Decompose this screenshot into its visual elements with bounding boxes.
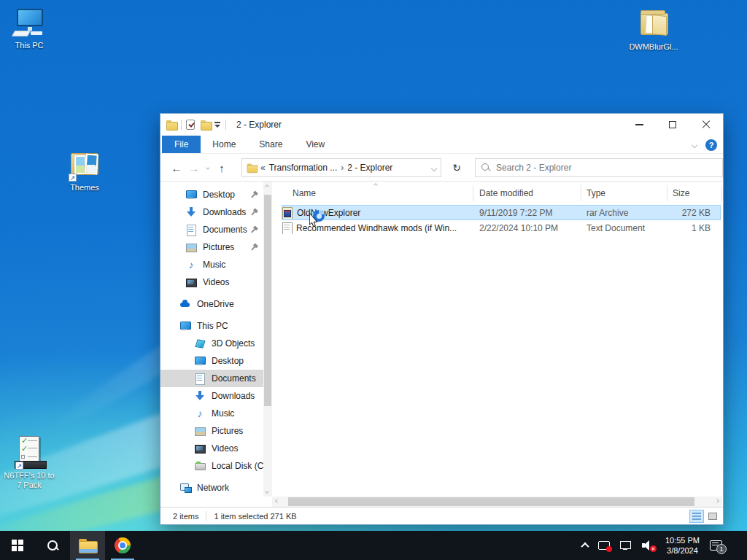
minimize-icon	[635, 124, 643, 125]
maximize-button[interactable]	[656, 114, 689, 136]
desktop-icon-n6tff-pack[interactable]: ✓✓ ↗ N6TFF's 10 to 7 Pack	[1, 436, 57, 490]
sidebar-item-pc-downloads[interactable]: Downloads	[160, 387, 263, 405]
forward-button[interactable]: →	[185, 162, 203, 174]
up-button[interactable]: ↑	[213, 162, 231, 174]
downloads-icon	[185, 206, 197, 218]
clock-time: 10:55 PM	[665, 535, 700, 545]
details-view-button[interactable]	[689, 510, 704, 523]
title-bar: 2 - Explorer	[160, 114, 723, 136]
desktop-icon-label: Themes	[58, 183, 111, 192]
column-header-date-modified[interactable]: Date modified	[479, 188, 533, 198]
column-header-size[interactable]: Size	[673, 188, 689, 198]
network-tray-icon[interactable]	[620, 541, 632, 550]
window-title: 2 - Explorer	[236, 120, 282, 130]
explorer-window: 2 - Explorer File Home Share View ? ← → …	[160, 113, 724, 525]
tab-home[interactable]: Home	[201, 136, 247, 153]
horizontal-scrollbar[interactable]	[272, 497, 722, 507]
sidebar-item-documents[interactable]: Documents	[160, 221, 263, 238]
action-center-icon[interactable]: 1	[710, 540, 722, 551]
sidebar-item-videos[interactable]: Videos	[160, 273, 263, 291]
sidebar-scrollbar[interactable]	[263, 182, 272, 497]
text-document-icon	[282, 222, 292, 234]
help-button[interactable]: ?	[705, 139, 717, 151]
scroll-down-icon[interactable]	[265, 489, 269, 494]
sort-ascending-icon	[374, 183, 378, 187]
breadcrumb-segment[interactable]: 2 - Explorer	[347, 163, 392, 173]
app-folder-icon	[166, 120, 177, 129]
taskbar-file-explorer-button[interactable]	[70, 531, 105, 560]
search-input[interactable]	[496, 163, 716, 173]
windows-logo-icon	[12, 540, 23, 551]
desktop-icon-this-pc[interactable]: This PC	[1, 7, 57, 50]
desktop-icon-themes[interactable]: ↗ Themes	[58, 149, 111, 192]
minimize-button[interactable]	[622, 114, 656, 136]
taskbar-search-button[interactable]	[35, 531, 70, 560]
sidebar-item-pc-videos[interactable]: Videos	[160, 440, 263, 457]
pin-icon	[249, 242, 260, 253]
start-button[interactable]	[0, 531, 35, 560]
sidebar-item-desktop[interactable]: Desktop	[160, 186, 263, 203]
qat-dropdown-icon[interactable]	[214, 121, 221, 128]
file-size: 272 KB	[667, 208, 719, 218]
taskbar-chrome-button[interactable]	[105, 531, 140, 560]
new-folder-qat-icon[interactable]	[201, 120, 211, 129]
sidebar-item-3d-objects[interactable]: 3D Objects	[160, 335, 263, 352]
sidebar-item-pictures[interactable]: Pictures	[160, 238, 263, 256]
properties-qat-icon[interactable]	[186, 120, 195, 130]
refresh-button[interactable]: ↻	[446, 158, 468, 177]
sidebar-item-downloads[interactable]: Downloads	[160, 203, 263, 221]
scrollbar-thumb[interactable]	[264, 195, 271, 406]
recent-locations-icon[interactable]	[206, 166, 210, 170]
sidebar-item-pc-pictures[interactable]: Pictures	[160, 422, 263, 440]
navigation-pane: Desktop Downloads Documents Pictures ♪ M…	[160, 182, 263, 497]
address-bar[interactable]: « Transformation ... › 2 - Explorer	[241, 158, 441, 177]
mouse-cursor	[309, 213, 319, 228]
column-header-type[interactable]: Type	[587, 188, 605, 198]
scroll-up-icon[interactable]	[265, 184, 269, 189]
tab-view[interactable]: View	[294, 136, 336, 153]
sidebar-item-pc-music[interactable]: ♪ Music	[160, 405, 263, 422]
sidebar-item-this-pc[interactable]: This PC	[160, 317, 263, 335]
breadcrumb-overflow[interactable]: «	[260, 163, 266, 173]
file-row-oldnewexplorer[interactable]: OldNewExplorer 9/11/2019 7:22 PM rar Arc…	[282, 205, 721, 220]
close-icon	[702, 120, 711, 129]
scrollbar-thumb[interactable]	[288, 497, 694, 506]
file-row-windhawk-mods[interactable]: Recommended Windhawk mods (if Win... 2/2…	[282, 220, 721, 236]
search-icon	[481, 163, 490, 172]
item-count: 2 items	[173, 512, 198, 521]
back-button[interactable]: ←	[168, 162, 185, 174]
shortcut-arrow-icon: ↗	[15, 462, 23, 470]
themes-folder-icon: ↗	[67, 149, 102, 182]
sidebar-item-pc-desktop[interactable]: Desktop	[160, 352, 263, 370]
downloads-icon	[194, 390, 206, 402]
display-notification-icon[interactable]	[598, 541, 610, 550]
sidebar-item-music[interactable]: ♪ Music	[160, 256, 263, 273]
breadcrumb-segment[interactable]: Transformation ...	[269, 163, 338, 173]
sidebar-item-pc-documents[interactable]: Documents	[160, 370, 263, 387]
music-icon: ♪	[185, 259, 197, 271]
notification-badge: 1	[716, 544, 727, 554]
large-icons-view-button[interactable]	[705, 510, 720, 523]
documents-icon	[185, 224, 197, 236]
taskbar-clock[interactable]: 10:55 PM 3/8/2024	[665, 535, 700, 556]
hidden-icons-chevron[interactable]	[581, 542, 589, 551]
desktop-icon-label: N6TFF's 10 to 7 Pack	[1, 471, 57, 490]
tab-share[interactable]: Share	[247, 136, 294, 153]
file-date: 9/11/2019 7:22 PM	[473, 208, 581, 218]
status-bar: 2 items 1 item selected 271 KB	[160, 507, 723, 524]
tab-file[interactable]: File	[162, 136, 201, 153]
desktop-icon-dwmblur-folder[interactable]: DWMBlurGl...	[626, 9, 681, 52]
scroll-left-icon[interactable]	[275, 499, 279, 503]
expand-ribbon-icon[interactable]	[692, 141, 697, 147]
scroll-right-icon[interactable]	[715, 499, 719, 503]
volume-muted-icon[interactable]: ✕	[642, 540, 655, 551]
sidebar-item-network[interactable]: Network	[160, 479, 263, 497]
chrome-icon	[115, 537, 131, 553]
sidebar-item-local-disk-c[interactable]: Local Disk (C:)	[160, 457, 263, 475]
address-dropdown-icon[interactable]	[431, 166, 437, 171]
file-name: Recommended Windhawk mods (if Win...	[296, 223, 457, 233]
sidebar-item-onedrive[interactable]: OneDrive	[160, 295, 263, 313]
search-box[interactable]	[475, 158, 723, 177]
column-header-name[interactable]: Name	[293, 188, 316, 198]
close-button[interactable]	[689, 114, 723, 136]
